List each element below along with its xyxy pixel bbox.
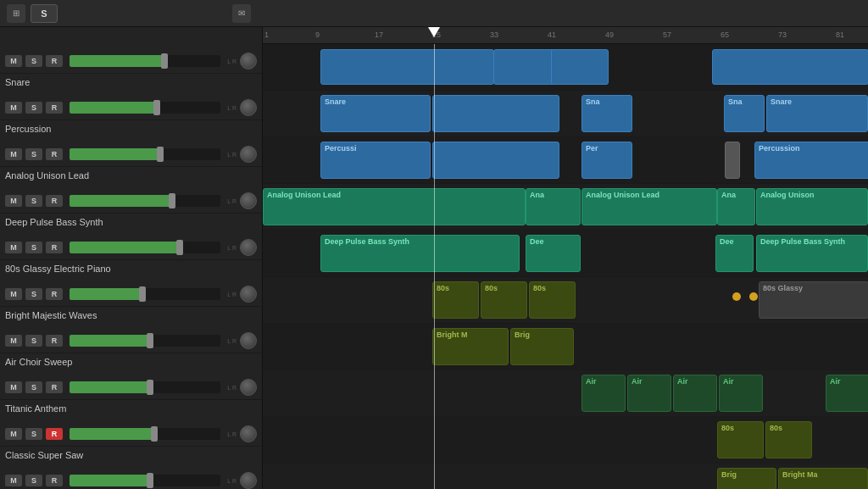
- volume-knob[interactable]: [240, 99, 257, 116]
- volume-knob[interactable]: [240, 146, 257, 163]
- solo-button[interactable]: S: [25, 381, 42, 393]
- record-button[interactable]: R: [46, 148, 63, 160]
- volume-knob[interactable]: [240, 192, 257, 209]
- solo-button[interactable]: S: [25, 55, 42, 67]
- clip[interactable]: Percussion: [754, 142, 868, 179]
- volume-knob[interactable]: [240, 239, 257, 256]
- solo-button[interactable]: S: [25, 335, 42, 347]
- clip[interactable]: Dee: [715, 235, 754, 272]
- record-button[interactable]: R: [46, 475, 63, 486]
- fader[interactable]: [70, 242, 220, 253]
- clip-air-2[interactable]: Air: [627, 375, 671, 412]
- record-button[interactable]: R: [46, 381, 63, 393]
- clip[interactable]: Per: [581, 142, 632, 179]
- solo-button[interactable]: S: [25, 428, 42, 440]
- mute-button[interactable]: M: [5, 475, 22, 486]
- solo-button[interactable]: S: [25, 195, 42, 207]
- clip-brig-supersaw[interactable]: Brig: [717, 468, 776, 489]
- mute-button[interactable]: M: [5, 148, 22, 160]
- solo-button[interactable]: S: [25, 242, 42, 253]
- fader[interactable]: [70, 335, 220, 347]
- mute-button[interactable]: M: [5, 428, 22, 440]
- clip[interactable]: [432, 95, 559, 132]
- fader[interactable]: [70, 381, 220, 393]
- envelope-icon: ✉: [232, 4, 251, 23]
- clip-80s-glassy[interactable]: 80s Glassy: [759, 281, 868, 319]
- record-button[interactable]: R: [46, 102, 63, 114]
- volume-knob[interactable]: [240, 425, 257, 442]
- fader[interactable]: [70, 428, 220, 440]
- clip[interactable]: Sna: [581, 95, 632, 132]
- solo-button[interactable]: S: [25, 148, 42, 160]
- clip-analog[interactable]: Analog Unison Lead: [263, 188, 526, 225]
- clip-percussion[interactable]: Percussi: [320, 142, 431, 179]
- clip-air-5[interactable]: Air: [826, 375, 868, 412]
- fader[interactable]: [70, 55, 220, 67]
- record-button[interactable]: R: [46, 428, 63, 440]
- clip-air-4[interactable]: Air: [719, 375, 763, 412]
- clip-80s-2[interactable]: 80s: [481, 281, 527, 319]
- fader[interactable]: [70, 475, 220, 486]
- clip[interactable]: Dee: [526, 235, 581, 272]
- clip-deep[interactable]: Deep Pulse Bass Synth: [320, 235, 520, 272]
- clip-snare[interactable]: Snare: [320, 95, 431, 132]
- clip-bright-ma[interactable]: Bright Ma: [778, 468, 868, 489]
- timeline-row-0: [263, 44, 868, 91]
- clip[interactable]: [432, 142, 559, 179]
- lr-label: L R: [227, 245, 236, 251]
- track-row-supersaw: Classic Super Saw M S R L R: [0, 447, 262, 489]
- volume-knob[interactable]: [240, 332, 257, 349]
- clip[interactable]: Snare: [766, 95, 868, 132]
- record-button[interactable]: R: [46, 195, 63, 207]
- solo-button[interactable]: S: [25, 475, 42, 486]
- clip[interactable]: Analog Unison Lead: [581, 188, 717, 225]
- fader[interactable]: [70, 288, 220, 300]
- mute-button[interactable]: M: [5, 102, 22, 114]
- record-button[interactable]: R: [46, 242, 63, 253]
- clip[interactable]: Ana: [526, 188, 581, 225]
- fader[interactable]: [70, 102, 220, 114]
- s-button[interactable]: S: [31, 4, 58, 23]
- clip-air-3[interactable]: Air: [673, 375, 717, 412]
- clip-80s-3[interactable]: 80s: [529, 281, 576, 319]
- volume-knob[interactable]: [240, 286, 257, 303]
- timeline-row-air: Air Air Air Air Air Air: [263, 370, 868, 417]
- clip-air-1[interactable]: Air: [581, 375, 626, 412]
- mute-button[interactable]: M: [5, 335, 22, 347]
- grid-icon[interactable]: ⊞: [7, 4, 25, 23]
- clip[interactable]: Sna: [724, 95, 765, 132]
- clip-80s-b[interactable]: 80s: [765, 421, 812, 458]
- mute-button[interactable]: M: [5, 242, 22, 253]
- ruler-mark-17: 17: [375, 31, 383, 39]
- timeline-row-percussion: Percussi Per Percussion: [263, 137, 868, 184]
- timeline-row-bright: Bright M Brig: [263, 324, 868, 370]
- fader[interactable]: [70, 195, 220, 207]
- clip-bright-m[interactable]: Bright M: [432, 328, 509, 365]
- solo-button[interactable]: S: [25, 288, 42, 300]
- mute-button[interactable]: M: [5, 288, 22, 300]
- clip[interactable]: [320, 49, 494, 85]
- timeline-tracks: Snare Sna Sna Snare Percussi Per Percuss…: [263, 44, 868, 489]
- record-button[interactable]: R: [46, 335, 63, 347]
- volume-knob[interactable]: [240, 53, 257, 69]
- volume-knob[interactable]: [240, 379, 257, 396]
- clip[interactable]: Ana: [717, 188, 755, 225]
- track-name-analog: Analog Unison Lead: [5, 170, 257, 181]
- mute-button[interactable]: M: [5, 55, 22, 67]
- mute-button[interactable]: M: [5, 381, 22, 393]
- clip[interactable]: [712, 49, 868, 85]
- clip-brig[interactable]: Brig: [510, 328, 574, 365]
- timeline-ruler: 1 9 17 25 33 41 49 57 65 73 81: [263, 27, 868, 44]
- volume-knob[interactable]: [240, 472, 257, 489]
- solo-button[interactable]: S: [25, 102, 42, 114]
- clip-80s-1[interactable]: 80s: [432, 281, 479, 319]
- clip[interactable]: Analog Unison: [756, 188, 868, 225]
- clip[interactable]: [551, 49, 609, 85]
- track-list: M S R L R Snare M S R: [0, 27, 263, 489]
- record-button[interactable]: R: [46, 288, 63, 300]
- fader[interactable]: [70, 148, 220, 160]
- mute-button[interactable]: M: [5, 195, 22, 207]
- clip[interactable]: Deep Pulse Bass Synth: [756, 235, 868, 272]
- record-button[interactable]: R: [46, 55, 63, 67]
- clip-80s-a[interactable]: 80s: [717, 421, 764, 458]
